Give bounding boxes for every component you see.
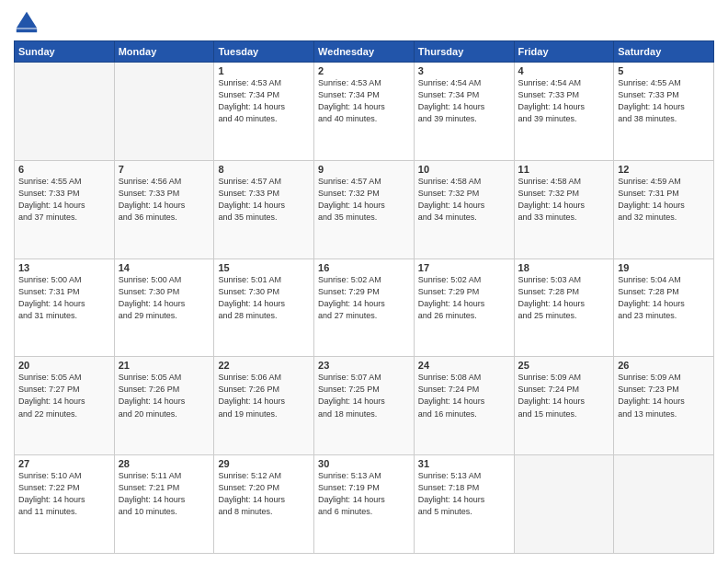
calendar-cell: 4Sunrise: 4:54 AM Sunset: 7:33 PM Daylig…: [514, 63, 614, 161]
page: SundayMondayTuesdayWednesdayThursdayFrid…: [0, 0, 728, 563]
calendar-cell: 16Sunrise: 5:02 AM Sunset: 7:29 PM Dayli…: [314, 259, 415, 357]
day-info: Sunrise: 5:05 AM Sunset: 7:26 PM Dayligh…: [119, 372, 210, 419]
day-info: Sunrise: 4:58 AM Sunset: 7:32 PM Dayligh…: [518, 176, 610, 224]
calendar-cell: 13Sunrise: 5:00 AM Sunset: 7:31 PM Dayli…: [15, 259, 115, 357]
calendar-cell: 3Sunrise: 4:54 AM Sunset: 7:34 PM Daylig…: [414, 63, 514, 161]
calendar-cell: 21Sunrise: 5:05 AM Sunset: 7:26 PM Dayli…: [114, 357, 214, 455]
day-info: Sunrise: 5:11 AM Sunset: 7:21 PM Dayligh…: [119, 470, 210, 518]
day-info: Sunrise: 5:12 AM Sunset: 7:20 PM Dayligh…: [218, 470, 310, 518]
day-number: 30: [318, 458, 410, 469]
day-number: 18: [518, 262, 610, 273]
day-number: 10: [418, 164, 510, 175]
calendar-cell: [514, 455, 614, 554]
day-number: 8: [218, 164, 310, 175]
calendar-cell: 12Sunrise: 4:59 AM Sunset: 7:31 PM Dayli…: [614, 160, 714, 259]
weekday-header: Wednesday: [314, 41, 415, 63]
day-number: 14: [119, 262, 210, 273]
calendar-cell: 14Sunrise: 5:00 AM Sunset: 7:30 PM Dayli…: [114, 259, 214, 357]
calendar-cell: 15Sunrise: 5:01 AM Sunset: 7:30 PM Dayli…: [214, 259, 314, 357]
day-info: Sunrise: 5:00 AM Sunset: 7:30 PM Dayligh…: [119, 274, 210, 322]
calendar-week-row: 13Sunrise: 5:00 AM Sunset: 7:31 PM Dayli…: [15, 259, 714, 357]
day-number: 31: [418, 458, 510, 469]
calendar-cell: 2Sunrise: 4:53 AM Sunset: 7:34 PM Daylig…: [314, 63, 415, 161]
calendar-week-row: 20Sunrise: 5:05 AM Sunset: 7:27 PM Dayli…: [15, 357, 714, 455]
day-number: 4: [518, 65, 610, 76]
calendar-cell: 31Sunrise: 5:13 AM Sunset: 7:18 PM Dayli…: [414, 455, 514, 554]
svg-rect-1: [17, 29, 37, 32]
day-info: Sunrise: 4:54 AM Sunset: 7:33 PM Dayligh…: [518, 77, 610, 125]
day-info: Sunrise: 5:13 AM Sunset: 7:18 PM Dayligh…: [418, 470, 510, 518]
day-info: Sunrise: 5:13 AM Sunset: 7:19 PM Dayligh…: [318, 470, 410, 518]
day-number: 5: [618, 65, 710, 76]
day-number: 27: [18, 458, 110, 469]
calendar-cell: [114, 63, 214, 161]
day-info: Sunrise: 4:59 AM Sunset: 7:31 PM Dayligh…: [618, 176, 710, 224]
day-number: 26: [618, 360, 710, 371]
calendar-table: SundayMondayTuesdayWednesdayThursdayFrid…: [14, 40, 714, 554]
calendar-cell: 30Sunrise: 5:13 AM Sunset: 7:19 PM Dayli…: [314, 455, 415, 554]
calendar-header-row: SundayMondayTuesdayWednesdayThursdayFrid…: [15, 41, 714, 63]
day-info: Sunrise: 5:06 AM Sunset: 7:26 PM Dayligh…: [218, 372, 310, 419]
day-number: 20: [18, 360, 110, 371]
day-number: 29: [218, 458, 310, 469]
calendar-cell: 27Sunrise: 5:10 AM Sunset: 7:22 PM Dayli…: [15, 455, 115, 554]
day-number: 2: [318, 65, 410, 76]
weekday-header: Tuesday: [214, 41, 314, 63]
calendar-cell: [614, 455, 714, 554]
calendar-cell: 26Sunrise: 5:09 AM Sunset: 7:23 PM Dayli…: [614, 357, 714, 455]
weekday-header: Sunday: [15, 41, 115, 63]
day-info: Sunrise: 5:09 AM Sunset: 7:24 PM Dayligh…: [518, 372, 610, 419]
day-info: Sunrise: 4:57 AM Sunset: 7:33 PM Dayligh…: [218, 176, 310, 224]
day-info: Sunrise: 4:53 AM Sunset: 7:34 PM Dayligh…: [218, 77, 310, 125]
calendar-cell: 5Sunrise: 4:55 AM Sunset: 7:33 PM Daylig…: [614, 63, 714, 161]
day-number: 22: [218, 360, 310, 371]
day-number: 17: [418, 262, 510, 273]
day-number: 19: [618, 262, 710, 273]
day-number: 25: [518, 360, 610, 371]
day-info: Sunrise: 4:58 AM Sunset: 7:32 PM Dayligh…: [418, 176, 510, 224]
calendar-week-row: 1Sunrise: 4:53 AM Sunset: 7:34 PM Daylig…: [15, 63, 714, 161]
day-info: Sunrise: 5:03 AM Sunset: 7:28 PM Dayligh…: [518, 274, 610, 322]
day-number: 11: [518, 164, 610, 175]
calendar-cell: 18Sunrise: 5:03 AM Sunset: 7:28 PM Dayli…: [514, 259, 614, 357]
day-info: Sunrise: 5:04 AM Sunset: 7:28 PM Dayligh…: [618, 274, 710, 322]
calendar-cell: [15, 63, 115, 161]
calendar-cell: 10Sunrise: 4:58 AM Sunset: 7:32 PM Dayli…: [414, 160, 514, 259]
calendar-cell: 11Sunrise: 4:58 AM Sunset: 7:32 PM Dayli…: [514, 160, 614, 259]
day-number: 3: [418, 65, 510, 76]
day-number: 15: [218, 262, 310, 273]
day-number: 21: [119, 360, 210, 371]
day-info: Sunrise: 5:10 AM Sunset: 7:22 PM Dayligh…: [18, 470, 110, 518]
day-info: Sunrise: 4:56 AM Sunset: 7:33 PM Dayligh…: [119, 176, 210, 224]
day-number: 12: [618, 164, 710, 175]
calendar-cell: 20Sunrise: 5:05 AM Sunset: 7:27 PM Dayli…: [15, 357, 115, 455]
logo-icon: [14, 9, 40, 35]
day-number: 9: [318, 164, 410, 175]
calendar-cell: 25Sunrise: 5:09 AM Sunset: 7:24 PM Dayli…: [514, 357, 614, 455]
day-number: 1: [218, 65, 310, 76]
header: [14, 9, 714, 35]
calendar-cell: 22Sunrise: 5:06 AM Sunset: 7:26 PM Dayli…: [214, 357, 314, 455]
day-number: 24: [418, 360, 510, 371]
day-info: Sunrise: 4:53 AM Sunset: 7:34 PM Dayligh…: [318, 77, 410, 125]
day-info: Sunrise: 4:57 AM Sunset: 7:32 PM Dayligh…: [318, 176, 410, 224]
weekday-header: Friday: [514, 41, 614, 63]
calendar-week-row: 27Sunrise: 5:10 AM Sunset: 7:22 PM Dayli…: [15, 455, 714, 554]
calendar-cell: 1Sunrise: 4:53 AM Sunset: 7:34 PM Daylig…: [214, 63, 314, 161]
calendar-cell: 23Sunrise: 5:07 AM Sunset: 7:25 PM Dayli…: [314, 357, 415, 455]
calendar-cell: 19Sunrise: 5:04 AM Sunset: 7:28 PM Dayli…: [614, 259, 714, 357]
day-info: Sunrise: 4:54 AM Sunset: 7:34 PM Dayligh…: [418, 77, 510, 125]
day-number: 16: [318, 262, 410, 273]
calendar-cell: 29Sunrise: 5:12 AM Sunset: 7:20 PM Dayli…: [214, 455, 314, 554]
calendar-cell: 17Sunrise: 5:02 AM Sunset: 7:29 PM Dayli…: [414, 259, 514, 357]
calendar-cell: 6Sunrise: 4:55 AM Sunset: 7:33 PM Daylig…: [15, 160, 115, 259]
day-info: Sunrise: 5:09 AM Sunset: 7:23 PM Dayligh…: [618, 372, 710, 419]
day-info: Sunrise: 5:08 AM Sunset: 7:24 PM Dayligh…: [418, 372, 510, 419]
day-info: Sunrise: 5:01 AM Sunset: 7:30 PM Dayligh…: [218, 274, 310, 322]
day-info: Sunrise: 5:02 AM Sunset: 7:29 PM Dayligh…: [418, 274, 510, 322]
day-info: Sunrise: 4:55 AM Sunset: 7:33 PM Dayligh…: [18, 176, 110, 224]
day-number: 7: [119, 164, 210, 175]
calendar-cell: 9Sunrise: 4:57 AM Sunset: 7:32 PM Daylig…: [314, 160, 415, 259]
day-info: Sunrise: 5:07 AM Sunset: 7:25 PM Dayligh…: [318, 372, 410, 419]
calendar-week-row: 6Sunrise: 4:55 AM Sunset: 7:33 PM Daylig…: [15, 160, 714, 259]
